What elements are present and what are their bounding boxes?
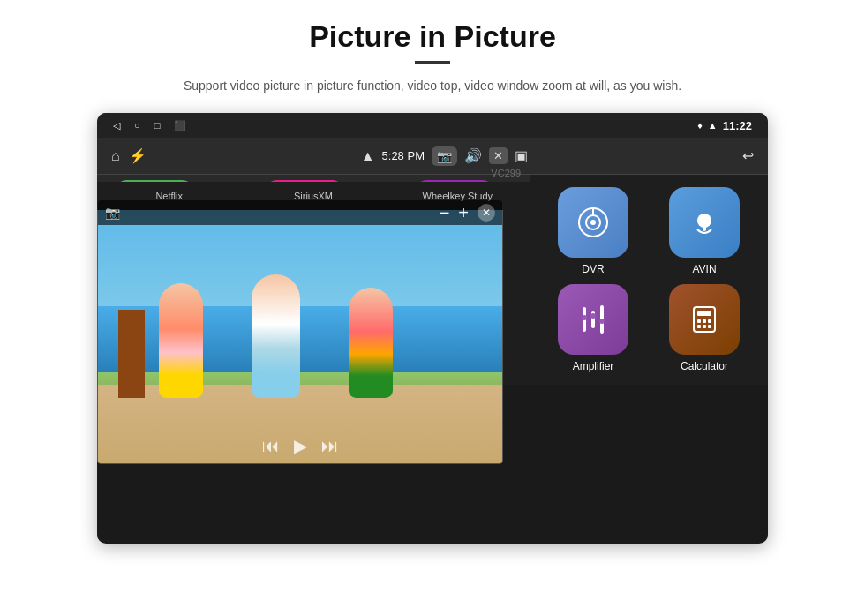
dvr-icon <box>575 205 611 240</box>
app-amplifier[interactable]: Amplifier <box>542 284 644 372</box>
svg-rect-14 <box>697 319 701 323</box>
main-content: 📷 − + ✕ ⏮ ▶ ⏭ <box>97 175 768 385</box>
wifi-icon: ▲ <box>708 120 718 131</box>
video-controls: ⏮ ▶ ⏭ <box>98 435 502 456</box>
home-nav-icon[interactable]: ⌂ <box>111 148 120 164</box>
svg-rect-5 <box>703 214 706 231</box>
play-btn[interactable]: ▶ <box>294 435 307 456</box>
pip-header: 📷 − + ✕ <box>98 200 502 225</box>
app-dvr[interactable]: DVR <box>542 187 644 275</box>
title-divider <box>415 61 450 64</box>
recent-icon[interactable]: □ <box>154 120 161 131</box>
app-calculator[interactable]: Calculator <box>653 284 756 372</box>
svg-point-9 <box>582 315 587 320</box>
nav-left: ⌂ ⚡ <box>111 147 147 164</box>
svg-point-2 <box>590 220 596 225</box>
skip-back-btn[interactable]: ⏮ <box>262 436 280 456</box>
device-frame: ◁ ○ □ ⬛ ♦ ▲ 11:22 ⌂ ⚡ ▲ 5:28 PM 📷 🔊 <box>97 113 768 544</box>
close-nav-icon[interactable]: ✕ <box>489 147 508 164</box>
status-time: 11:22 <box>723 119 752 132</box>
screenshot-icon[interactable]: ⬛ <box>174 120 186 131</box>
back-icon[interactable]: ◁ <box>113 120 120 131</box>
home-icon[interactable]: ○ <box>134 120 140 131</box>
avin-label: AVIN <box>692 263 716 275</box>
avin-icon <box>687 205 722 240</box>
pip-plus-btn[interactable]: + <box>458 203 469 223</box>
svg-rect-15 <box>703 319 706 323</box>
calculator-icon-box <box>669 284 740 355</box>
app-avin[interactable]: AVIN <box>653 187 756 275</box>
dvr-icon-box <box>558 187 628 258</box>
amplifier-label: Amplifier <box>573 360 614 372</box>
usb-icon: ⚡ <box>129 147 147 164</box>
svg-rect-18 <box>703 325 706 328</box>
nav-bar: ⌂ ⚡ ▲ 5:28 PM 📷 🔊 ✕ ▣ ↩ <box>97 138 768 175</box>
video-scene <box>98 200 502 463</box>
volume-icon[interactable]: 🔊 <box>464 147 482 164</box>
left-area: 📷 − + ✕ ⏮ ▶ ⏭ <box>97 175 530 210</box>
video-person-1 <box>159 283 203 398</box>
wifi-nav-icon: ▲ <box>361 148 375 164</box>
subtitle: Support video picture in picture functio… <box>184 76 681 95</box>
pip-camera-icon: 📷 <box>105 206 120 220</box>
calculator-icon <box>687 302 722 337</box>
skip-fwd-btn[interactable]: ⏭ <box>321 436 339 456</box>
svg-point-10 <box>590 313 596 319</box>
video-person-2 <box>252 274 300 398</box>
location-icon: ♦ <box>697 120 703 131</box>
calculator-label: Calculator <box>681 360 728 372</box>
svg-rect-17 <box>697 325 701 328</box>
nav-time: 5:28 PM <box>382 149 425 162</box>
svg-point-11 <box>599 319 605 324</box>
amplifier-icon <box>574 300 613 339</box>
nav-center: ▲ 5:28 PM 📷 🔊 ✕ ▣ <box>361 146 528 166</box>
back-nav-icon[interactable]: ↩ <box>742 147 754 164</box>
dvr-label: DVR <box>582 263 604 275</box>
svg-rect-16 <box>708 319 711 323</box>
camera-button[interactable]: 📷 <box>432 146 457 166</box>
pip-nav-icon[interactable]: ▣ <box>515 147 528 164</box>
svg-rect-13 <box>697 311 711 316</box>
page-title: Picture in Picture <box>184 19 681 54</box>
pip-window[interactable]: 📷 − + ✕ ⏮ ▶ ⏭ <box>97 199 503 464</box>
status-bar-right: ♦ ▲ 11:22 <box>697 119 752 132</box>
svg-rect-19 <box>708 325 711 328</box>
nav-right: ↩ <box>742 147 754 164</box>
pip-close-btn[interactable]: ✕ <box>478 204 495 222</box>
pip-resize-controls: − + ✕ <box>440 203 495 223</box>
title-section: Picture in Picture Support video picture… <box>148 0 717 101</box>
pip-minus-btn[interactable]: − <box>440 203 450 223</box>
avin-icon-box <box>669 187 740 258</box>
status-bar-left: ◁ ○ □ ⬛ <box>113 120 186 131</box>
video-person-3 <box>349 288 393 398</box>
video-tree <box>118 310 145 398</box>
status-bar: ◁ ○ □ ⬛ ♦ ▲ 11:22 <box>97 113 768 138</box>
amplifier-icon-box <box>558 284 628 355</box>
page-container: Picture in Picture Support video picture… <box>0 0 865 616</box>
app-grid: DVR AVIN <box>530 175 768 385</box>
watermark: VC299 <box>491 168 521 178</box>
